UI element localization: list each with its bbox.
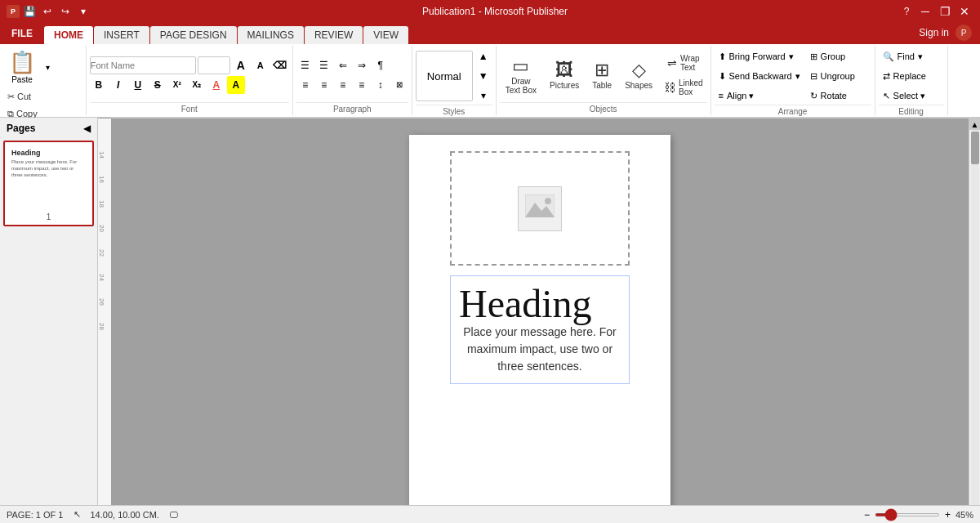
- minimize-button[interactable]: ─: [916, 3, 934, 20]
- canvas-with-ruler: 14 16 18 20 22 24 26 28: [98, 118, 980, 505]
- bring-forward-label: Bring Forward: [729, 51, 786, 61]
- font-row-2: B I U S X² X₂ A A: [90, 76, 289, 94]
- font-size-increase-button[interactable]: A: [232, 56, 250, 74]
- numbering-button[interactable]: ☰: [315, 56, 333, 74]
- editing-label: Editing: [879, 105, 944, 116]
- scroll-up-button[interactable]: ▲: [969, 118, 981, 130]
- replace-button[interactable]: ⇄ Replace: [879, 67, 944, 85]
- pages-panel-collapse[interactable]: ◀: [83, 123, 91, 134]
- send-backward-icon: ⬇: [719, 71, 726, 82]
- paste-dropdown-button[interactable]: ▾: [41, 47, 54, 87]
- image-placeholder[interactable]: [450, 151, 630, 266]
- linked-icon: ⛓: [664, 81, 675, 94]
- ungroup-button[interactable]: ⊟ Ungroup: [806, 67, 871, 85]
- bullets-button[interactable]: ☰: [296, 56, 314, 74]
- select-button[interactable]: ↖ Select ▾: [879, 87, 944, 105]
- rotate-label: Rotate: [821, 91, 847, 101]
- strikethrough-button[interactable]: S: [149, 76, 167, 94]
- justify-button[interactable]: ≡: [353, 76, 371, 94]
- styles-scroll-down[interactable]: ▼: [474, 67, 492, 85]
- svg-text:18: 18: [98, 200, 105, 208]
- main-layout: Pages ◀ Heading Place your message here.…: [0, 118, 980, 505]
- styles-scroll-up[interactable]: ▲: [474, 47, 492, 65]
- rotate-button[interactable]: ↻ Rotate: [806, 87, 871, 105]
- italic-button[interactable]: I: [109, 76, 127, 94]
- wrap-text-button[interactable]: ⇌ WrapText: [660, 51, 706, 74]
- restore-button[interactable]: ❐: [936, 3, 954, 20]
- tab-review[interactable]: REVIEW: [305, 26, 363, 44]
- cut-button[interactable]: ✂ Cut: [3, 88, 82, 105]
- increase-indent-button[interactable]: ⇒: [353, 56, 371, 74]
- align-center-button[interactable]: ≡: [315, 76, 333, 94]
- font-size-decrease-button[interactable]: A: [252, 56, 270, 74]
- svg-text:20: 20: [98, 225, 105, 232]
- group-icon: ⊞: [810, 51, 817, 62]
- find-icon: 🔍: [883, 51, 894, 62]
- linked-text-box-button[interactable]: ⛓ LinkedBox: [660, 76, 706, 99]
- tab-home[interactable]: HOME: [44, 26, 93, 44]
- find-dropdown[interactable]: ▾: [918, 51, 923, 62]
- bring-forward-icon: ⬆: [719, 51, 726, 62]
- table-button[interactable]: ⊞ Table: [586, 50, 617, 101]
- font-content: A A ⌫ B I U S X² X₂ A A: [90, 47, 289, 102]
- v-scroll-track[interactable]: [971, 130, 979, 505]
- page-thumbnail-1[interactable]: Heading Place your message here. For max…: [3, 141, 94, 226]
- paste-control: 📋 Paste ▾: [3, 47, 82, 87]
- bring-forward-button[interactable]: ⬆ Bring Forward ▾: [715, 47, 804, 65]
- group-button[interactable]: ⊞ Group: [806, 47, 871, 65]
- arrange-label: Arrange: [715, 105, 871, 116]
- tab-insert[interactable]: INSERT: [94, 26, 149, 44]
- tab-page-design[interactable]: PAGE DESIGN: [150, 26, 237, 44]
- cut-label: Cut: [17, 92, 31, 101]
- bring-forward-dropdown[interactable]: ▾: [789, 51, 794, 62]
- sign-in-label[interactable]: Sign in: [919, 27, 949, 38]
- title-bar: P 💾 ↩ ↪ ▾ Publication1 - Microsoft Publi…: [0, 0, 980, 23]
- underline-button[interactable]: U: [129, 76, 147, 94]
- line-spacing-button[interactable]: ↕: [372, 76, 390, 94]
- tab-file[interactable]: FILE: [0, 23, 44, 44]
- customize-quick-button[interactable]: ▾: [75, 3, 91, 20]
- font-color-button[interactable]: A: [207, 76, 225, 94]
- vertical-scrollbar[interactable]: ▲ ▼: [969, 118, 980, 505]
- send-backward-button[interactable]: ⬇ Send Backward ▾: [715, 67, 804, 85]
- styles-label: Styles: [416, 105, 492, 116]
- styles-expand-button[interactable]: ▾: [474, 87, 492, 105]
- shapes-button[interactable]: ◇ Shapes: [619, 50, 658, 101]
- subscript-button[interactable]: X₂: [188, 76, 206, 94]
- canvas-scroll[interactable]: Heading Place your message here. For max…: [111, 118, 969, 505]
- styles-preview[interactable]: Normal: [416, 51, 473, 101]
- pictures-label: Pictures: [550, 81, 579, 90]
- vertical-ruler: 14 16 18 20 22 24 26 28: [98, 118, 111, 505]
- ungroup-label: Ungroup: [821, 71, 855, 81]
- clear-formatting-button[interactable]: ⌫: [271, 56, 289, 74]
- tab-view[interactable]: VIEW: [363, 26, 408, 44]
- select-icon: ↖: [883, 91, 890, 101]
- font-size-input[interactable]: [198, 56, 230, 74]
- save-quick-button[interactable]: 💾: [21, 3, 38, 20]
- text-highlight-button[interactable]: A: [227, 76, 245, 94]
- v-scroll-thumb[interactable]: [971, 132, 979, 164]
- superscript-button[interactable]: X²: [168, 76, 186, 94]
- bold-button[interactable]: B: [90, 76, 108, 94]
- align-button[interactable]: ≡ Align ▾: [715, 87, 804, 105]
- align-left-button[interactable]: ≡: [296, 76, 314, 94]
- close-button[interactable]: ✕: [956, 3, 973, 20]
- send-backward-dropdown[interactable]: ▾: [795, 71, 800, 82]
- align-right-button[interactable]: ≡: [334, 76, 352, 94]
- paragraph-content: ☰ ☰ ⇐ ⇒ ¶ ≡ ≡ ≡ ≡ ↕ ⊠: [296, 47, 408, 102]
- svg-text:26: 26: [98, 298, 105, 306]
- undo-quick-button[interactable]: ↩: [39, 3, 56, 20]
- redo-quick-button[interactable]: ↪: [57, 3, 74, 20]
- help-button[interactable]: ?: [898, 3, 915, 20]
- account-avatar[interactable]: P: [956, 25, 972, 41]
- pictures-button[interactable]: 🖼 Pictures: [544, 50, 585, 101]
- tab-mailings[interactable]: MAILINGS: [238, 26, 304, 44]
- font-name-input[interactable]: [90, 56, 196, 74]
- scissors-icon: ✂: [7, 92, 15, 102]
- find-button[interactable]: 🔍 Find ▾: [879, 47, 944, 65]
- paste-button[interactable]: 📋 Paste: [3, 47, 41, 87]
- draw-text-box-button[interactable]: ▭ DrawText Box: [500, 50, 542, 101]
- hyphenation-button[interactable]: ⊠: [390, 76, 408, 94]
- show-hide-button[interactable]: ¶: [372, 56, 390, 74]
- decrease-indent-button[interactable]: ⇐: [334, 56, 352, 74]
